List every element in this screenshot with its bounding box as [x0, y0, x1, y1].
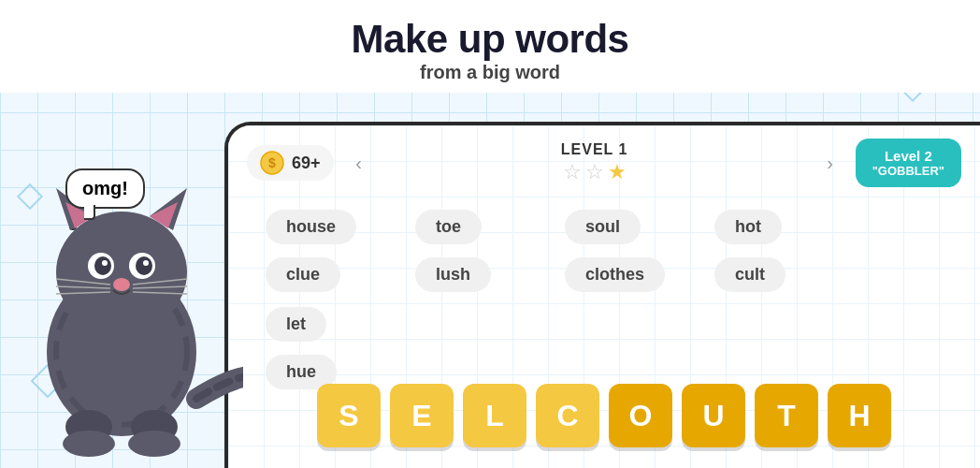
sub-title: from a big word — [0, 62, 980, 83]
tile-H[interactable]: H — [828, 384, 891, 447]
svg-point-4 — [56, 212, 187, 333]
word-house[interactable]: house — [266, 210, 356, 244]
tiles-row: S E L C O U T H — [317, 384, 891, 447]
bubble-text: omg! — [82, 178, 128, 198]
word-col-1: house clue — [266, 210, 415, 292]
header: Make up words from a big word — [0, 0, 980, 93]
tile-E[interactable]: E — [390, 384, 454, 447]
word-clue[interactable]: clue — [266, 257, 340, 292]
words-section: house clue toe lush soul clothes hot cul… — [228, 200, 980, 399]
star-3: ★ — [608, 160, 627, 184]
coin-icon: $ — [260, 151, 284, 175]
next-level-name: "GOBBLER" — [872, 164, 944, 178]
word-col-2: toe lush — [415, 210, 565, 292]
word-lush[interactable]: lush — [415, 257, 491, 292]
svg-point-24 — [63, 431, 115, 457]
word-soul[interactable]: soul — [565, 210, 641, 244]
word-col-3: soul clothes — [565, 210, 714, 292]
star-2: ☆ — [585, 160, 604, 184]
star-1: ☆ — [563, 160, 582, 184]
cat-area: omg! — [0, 122, 243, 468]
main-title: Make up words — [0, 17, 980, 62]
speech-bubble: omg! — [65, 168, 145, 209]
next-level-arrow[interactable]: › — [816, 149, 844, 177]
tile-O[interactable]: O — [609, 384, 672, 447]
word-hot[interactable]: hot — [714, 210, 782, 244]
next-level-button[interactable]: Level 2 "GOBBLER" — [856, 139, 961, 187]
tile-U[interactable]: U — [682, 384, 745, 447]
game-topbar: $ 69+ ‹ LEVEL 1 ☆ ☆ ★ › Level 2 "GOBBLER… — [228, 125, 980, 200]
word-cult[interactable]: cult — [714, 257, 785, 292]
svg-text:$: $ — [268, 155, 276, 170]
svg-point-25 — [128, 431, 180, 457]
tile-S[interactable]: S — [317, 384, 381, 447]
game-area: $ 69+ ‹ LEVEL 1 ☆ ☆ ★ › Level 2 "GOBBLER… — [224, 122, 980, 468]
coin-amount: 69+ — [292, 154, 321, 173]
level-center: LEVEL 1 ☆ ☆ ★ — [384, 141, 805, 184]
word-col-4: hot cult — [714, 210, 864, 292]
tile-T[interactable]: T — [755, 384, 818, 447]
level-label: LEVEL 1 — [384, 141, 805, 158]
word-col-5: let hue — [266, 307, 415, 389]
prev-level-arrow[interactable]: ‹ — [345, 149, 373, 177]
word-clothes[interactable]: clothes — [565, 257, 665, 292]
svg-point-14 — [143, 260, 149, 266]
tile-L[interactable]: L — [463, 384, 526, 447]
next-level-label: Level 2 — [872, 148, 944, 164]
svg-point-13 — [102, 260, 108, 266]
stars-row: ☆ ☆ ★ — [384, 160, 805, 184]
tile-C[interactable]: C — [536, 384, 599, 447]
coin-area: $ 69+ — [247, 145, 334, 181]
svg-point-12 — [136, 256, 152, 275]
svg-point-11 — [94, 256, 111, 275]
word-toe[interactable]: toe — [415, 210, 482, 244]
svg-point-15 — [113, 278, 130, 291]
word-let[interactable]: let — [266, 307, 326, 342]
